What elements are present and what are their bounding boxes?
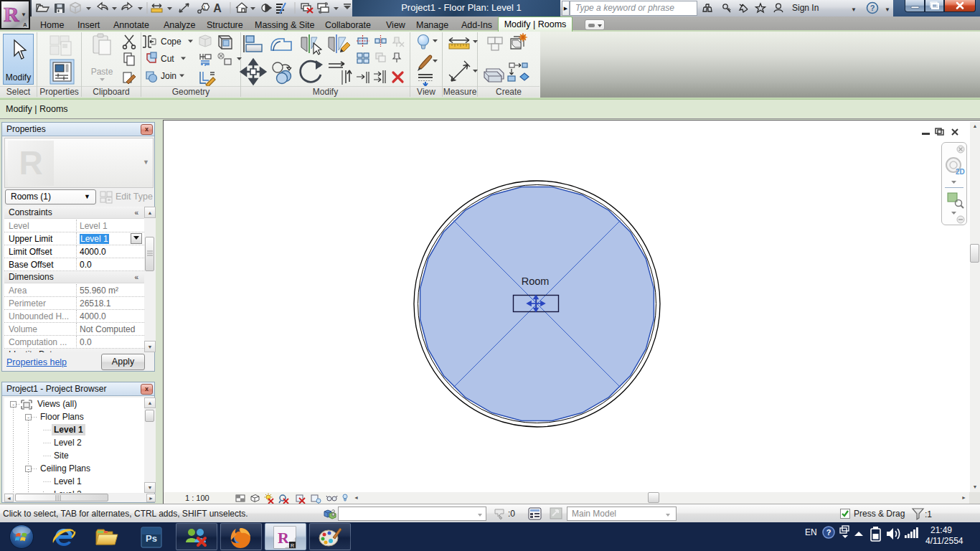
svg-text:Paste: Paste xyxy=(91,67,113,77)
svg-text:?: ? xyxy=(870,4,875,12)
svg-text:?: ? xyxy=(826,528,831,537)
svg-text:Ps: Ps xyxy=(146,533,157,544)
svg-text:Join: Join xyxy=(161,71,176,81)
svg-text:R: R xyxy=(291,543,294,548)
svg-text:Cut: Cut xyxy=(161,54,174,64)
svg-text:1: 1 xyxy=(203,4,207,11)
svg-text:2D: 2D xyxy=(956,168,965,176)
svg-text:Room: Room xyxy=(522,276,550,287)
svg-text:R: R xyxy=(4,2,19,26)
svg-text:R: R xyxy=(278,529,290,547)
svg-text:Cope: Cope xyxy=(161,37,182,47)
svg-text:A: A xyxy=(213,2,222,14)
